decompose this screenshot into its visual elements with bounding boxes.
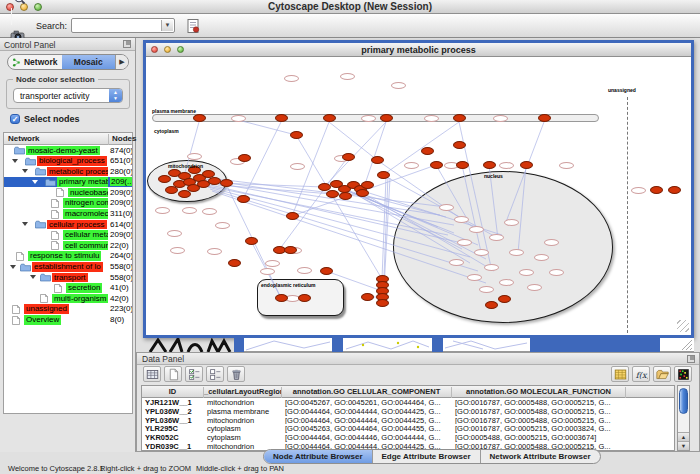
annotation-doc-button[interactable] — [181, 15, 205, 36]
node-label-capsule[interactable] — [534, 254, 549, 261]
gene-node[interactable] — [485, 301, 498, 309]
table-cell[interactable]: cytoplasm — [204, 424, 282, 433]
gene-node[interactable] — [275, 294, 288, 302]
scrollbar-thumb[interactable] — [679, 388, 688, 414]
gene-node[interactable] — [275, 114, 288, 122]
minimize-button[interactable] — [164, 46, 171, 53]
gene-node[interactable] — [498, 295, 511, 303]
gene-node[interactable] — [456, 161, 469, 169]
table-cell[interactable]: YPL036W__1 — [142, 416, 204, 425]
gene-node[interactable] — [286, 212, 299, 220]
node-label-capsule[interactable] — [559, 162, 574, 169]
table-cell[interactable]: plasma membrane — [204, 407, 282, 416]
tree-row[interactable]: response to stimulu264(0) — [4, 251, 132, 262]
attribute-table-button[interactable] — [143, 366, 161, 382]
node-label-capsule[interactable] — [340, 73, 355, 80]
unselect-attributes-button[interactable] — [206, 366, 224, 382]
delete-attribute-button[interactable] — [227, 366, 245, 382]
table-cell[interactable]: [GO:0016787, GO:0005488, GO:0005215, G..… — [452, 416, 626, 425]
search-dropdown-arrow-icon[interactable]: ▼ — [161, 20, 173, 31]
tab-network[interactable]: Network — [8, 55, 62, 69]
node-label-capsule[interactable] — [361, 115, 376, 122]
table-cell[interactable]: [GO:0045263, GO:0044464, GO:0044455, G..… — [282, 424, 452, 433]
gene-node[interactable] — [284, 246, 297, 254]
node-label-capsule[interactable] — [297, 267, 312, 274]
gene-node[interactable] — [193, 114, 206, 122]
tree-row[interactable]: cell communicat22(0) — [4, 240, 132, 251]
tree-row[interactable]: cellular process614(0) — [4, 219, 132, 230]
column-header[interactable]: ID — [142, 387, 204, 398]
gene-node[interactable] — [290, 131, 303, 139]
node-label-capsule[interactable] — [493, 115, 508, 122]
table-row[interactable]: YPL036W__2plasma membrane[GO:0044464, GO… — [142, 407, 674, 416]
tree-row[interactable]: secretion41(0) — [4, 283, 132, 294]
node-label-capsule[interactable] — [519, 269, 534, 276]
float-panel-icon[interactable] — [687, 355, 695, 363]
node-label-capsule[interactable] — [527, 284, 542, 291]
close-button[interactable] — [151, 46, 158, 53]
table-row[interactable]: YKR052Ccytoplasm[GO:0044464, GO:0044446,… — [142, 433, 674, 442]
table-row[interactable]: YLR295Ccytoplasm[GO:0045263, GO:0044464,… — [142, 424, 674, 433]
table-scrollbar[interactable]: ▲ ▼ — [677, 385, 690, 451]
tree-row[interactable]: mosaic-demo-yeast874(0) — [4, 145, 132, 156]
tree-row[interactable]: biological_process651(0) — [4, 156, 132, 167]
tree-row[interactable]: cellular metabo209(0) — [4, 230, 132, 241]
table-cell[interactable]: [GO:0005488, GO:0005215, GO:0003674] — [452, 433, 626, 442]
scroll-up-icon[interactable]: ▲ — [678, 432, 689, 441]
node-label-capsule[interactable] — [215, 222, 230, 229]
table-cell[interactable]: [GO:0044464, GO:0044444, GO:0044425, G..… — [282, 416, 452, 425]
color-attribute-dropdown[interactable]: transporter activity ▲▼ — [13, 88, 123, 103]
gene-node[interactable] — [668, 186, 681, 194]
node-label-capsule[interactable] — [404, 162, 419, 169]
table-cell[interactable]: YKR052C — [142, 433, 204, 442]
node-label-capsule[interactable] — [499, 162, 514, 169]
gene-node[interactable] — [220, 179, 233, 187]
gene-node[interactable] — [430, 161, 443, 169]
scroll-down-icon[interactable]: ▼ — [678, 441, 689, 450]
gene-node[interactable] — [237, 195, 250, 203]
node-label-capsule[interactable] — [457, 239, 472, 246]
node-label-capsule[interactable] — [231, 115, 246, 122]
tree-row[interactable]: establishment of lo558(0) — [4, 262, 132, 273]
tree-row[interactable]: transport558(0) — [4, 272, 132, 283]
gene-node[interactable] — [376, 299, 389, 307]
node-label-capsule[interactable] — [499, 279, 514, 286]
node-label-capsule[interactable] — [207, 248, 222, 255]
gene-node[interactable] — [238, 154, 251, 162]
gene-node[interactable] — [323, 114, 336, 122]
network-window-titlebar[interactable]: primary metabolic process — [146, 43, 691, 57]
gene-node[interactable] — [356, 189, 369, 197]
node-label-capsule[interactable] — [467, 274, 482, 281]
function-builder-button[interactable]: f(x) — [632, 366, 650, 382]
table-cell[interactable]: [GO:0044464, GO:0044446, GO:0044444, G..… — [282, 433, 452, 442]
table-cell[interactable]: mitochondrion — [204, 398, 282, 407]
gene-node[interactable] — [520, 161, 533, 169]
gene-node[interactable] — [650, 186, 663, 194]
tree-row[interactable]: nucleobase-209(0) — [4, 187, 132, 198]
table-cell[interactable]: [GO:0016787, GO:0005215, GO:0003824, G..… — [452, 424, 626, 433]
expand-arrow-icon[interactable] — [12, 159, 18, 163]
tree-row[interactable]: primary metabo209(... — [4, 177, 132, 188]
gene-node[interactable] — [158, 175, 171, 183]
tab-mosaic[interactable]: Mosaic — [62, 55, 116, 69]
spreadsheet-button[interactable] — [611, 366, 629, 382]
node-label-capsule[interactable] — [167, 230, 182, 237]
node-label-capsule[interactable] — [479, 286, 494, 293]
node-label-capsule[interactable] — [265, 260, 280, 267]
node-label-capsule[interactable] — [284, 75, 299, 82]
expand-arrow-icon[interactable] — [32, 180, 38, 184]
node-label-capsule[interactable] — [469, 226, 484, 233]
zoom-button[interactable] — [34, 3, 42, 11]
gene-node[interactable] — [326, 190, 339, 198]
node-label-capsule[interactable] — [202, 208, 217, 215]
gene-node[interactable] — [228, 259, 241, 267]
table-cell[interactable]: mitochondrion — [204, 416, 282, 425]
select-attributes-button[interactable] — [185, 366, 203, 382]
search-input[interactable] — [74, 19, 160, 32]
table-cell[interactable]: cytoplasm — [204, 433, 282, 442]
heatmap-button[interactable] — [674, 366, 692, 382]
node-label-capsule[interactable] — [155, 207, 170, 214]
table-cell[interactable]: YPL036W__2 — [142, 407, 204, 416]
table-cell[interactable]: [GO:0044464, GO:0044444, GO:0044425, G..… — [282, 407, 452, 416]
tree-row[interactable]: nitrogen compo209(0) — [4, 198, 132, 209]
